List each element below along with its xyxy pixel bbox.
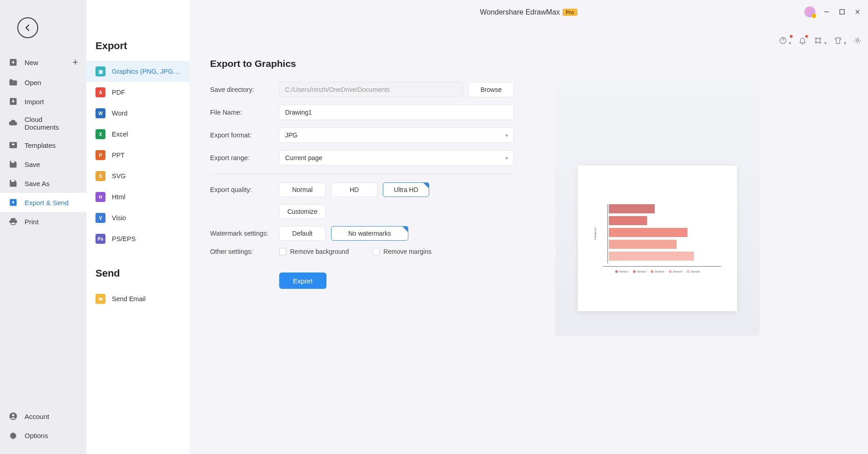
svg-point-11: [815, 38, 817, 39]
quality-hd[interactable]: HD: [331, 182, 377, 197]
sub-graphics[interactable]: ▣ Graphics (PNG, JPG et...: [86, 61, 189, 82]
avatar-icon[interactable]: [804, 6, 815, 17]
nav-account[interactable]: Account: [0, 407, 86, 426]
sub-pdf[interactable]: A PDF: [86, 82, 189, 103]
chart-bar: [609, 252, 694, 261]
row-quality-customize: Customize: [210, 204, 514, 219]
chart-ylabel: Category1: [594, 227, 597, 240]
gear-icon: [8, 430, 18, 440]
sub-svg[interactable]: S SVG: [86, 166, 189, 187]
sub-excel[interactable]: X Excel: [86, 124, 189, 145]
nav-label: Print: [25, 218, 39, 226]
quality-ultra[interactable]: Ultra HD: [383, 182, 429, 197]
shortcuts-icon[interactable]: ▾: [814, 36, 826, 46]
svg-rect-2: [12, 144, 15, 145]
chart-legend: Series1Series2Series3Series4Series5: [594, 270, 721, 273]
plus-icon[interactable]: +: [72, 56, 78, 68]
filename-label: File Name:: [210, 109, 279, 116]
nav-print[interactable]: Print: [0, 212, 86, 231]
image-icon: ▣: [95, 66, 105, 76]
range-label: Export range:: [210, 154, 279, 161]
remove-bg-checkbox[interactable]: Remove background: [279, 248, 349, 255]
row-range: Export range: Current page ▾: [210, 150, 514, 166]
sub-label: Excel: [112, 131, 180, 138]
svg-rect-9: [840, 10, 844, 14]
settings-icon[interactable]: [853, 36, 862, 46]
preview-slot: Category1 Series1Series2Series3Series4Se…: [555, 81, 760, 336]
row-filename: File Name:: [210, 105, 514, 120]
app-title: Wondershare EdrawMax: [480, 8, 560, 16]
back-button[interactable]: [17, 17, 38, 38]
legend-item: Series2: [633, 270, 646, 273]
help-icon[interactable]: ▾: [779, 36, 791, 46]
svg-point-13: [815, 42, 817, 43]
close-button[interactable]: [853, 8, 862, 16]
bell-icon[interactable]: [798, 36, 807, 46]
form-heading: Export to Graphics: [210, 58, 514, 69]
svg-point-15: [857, 40, 859, 42]
toolbar-right: ▾ ▾ ▾: [779, 36, 862, 46]
export-button[interactable]: Export: [279, 272, 326, 289]
export-icon: [8, 197, 18, 207]
checkbox-icon: [279, 248, 286, 255]
nav-save[interactable]: Save: [0, 155, 86, 174]
shirt-icon[interactable]: ▾: [834, 36, 846, 46]
nav-options[interactable]: Options: [0, 426, 86, 445]
nav-open[interactable]: Open: [0, 73, 86, 92]
preview-card: Category1 Series1Series2Series3Series4Se…: [578, 166, 737, 311]
format-label: Export format:: [210, 131, 279, 139]
format-select[interactable]: JPG ▾: [279, 127, 514, 143]
send-heading: Send: [86, 267, 189, 279]
sub-ps[interactable]: Ps PS/EPS: [86, 228, 189, 249]
filename-input[interactable]: [279, 105, 514, 120]
row-quality: Export quality: Normal HD Ultra HD: [210, 182, 514, 197]
nav-new[interactable]: New +: [0, 52, 86, 73]
export-heading: Export: [86, 40, 189, 52]
word-icon: W: [95, 108, 105, 118]
nav-cloud[interactable]: Cloud Documents: [0, 111, 86, 136]
email-icon: ✉: [95, 294, 105, 304]
checkbox-icon: [372, 248, 380, 255]
sub-ppt[interactable]: P PPT: [86, 145, 189, 166]
svg-icon: S: [95, 171, 105, 181]
divider: [210, 174, 514, 174]
sub-visio[interactable]: V Visio: [86, 207, 189, 228]
preview-chart: Category1 Series1Series2Series3Series4Se…: [594, 204, 721, 273]
nav-import[interactable]: Import: [0, 92, 86, 111]
nav-label: New: [25, 59, 38, 66]
quality-normal[interactable]: Normal: [279, 182, 326, 197]
sub-send-email[interactable]: ✉ Send Email: [86, 288, 189, 309]
browse-button[interactable]: Browse: [468, 82, 514, 97]
chevron-down-icon: ▾: [506, 156, 508, 161]
watermark-label: Watermark settings:: [210, 230, 279, 237]
watermark-default[interactable]: Default: [279, 226, 326, 241]
sub-label: Word: [112, 110, 180, 117]
main-content: Wondershare EdrawMax Pro ▾ ▾ ▾ Export to…: [189, 0, 868, 454]
remove-margins-checkbox[interactable]: Remove margins: [372, 248, 431, 255]
range-select[interactable]: Current page ▾: [279, 150, 514, 166]
nav-bottom: Account Options: [0, 407, 86, 454]
save-dir-input[interactable]: [279, 82, 463, 97]
chart-bar: [609, 240, 677, 249]
save-dir-label: Save directory:: [210, 86, 279, 93]
nav-save-as[interactable]: Save As: [0, 174, 86, 193]
nav-export-send[interactable]: Export & Send: [0, 193, 86, 212]
save-icon: [8, 159, 18, 169]
legend-item: Series3: [651, 270, 664, 273]
chart-bar: [609, 228, 687, 237]
quality-customize[interactable]: Customize: [279, 204, 326, 219]
watermark-none[interactable]: No watermarks: [331, 226, 408, 241]
chart-bar: [609, 204, 655, 213]
maximize-button[interactable]: [838, 8, 846, 16]
sub-label: PS/EPS: [112, 235, 180, 242]
minimize-button[interactable]: [823, 8, 831, 16]
sub-word[interactable]: W Word: [86, 103, 189, 124]
titlebar: Wondershare EdrawMax Pro: [189, 0, 868, 25]
legend-item: Series4: [669, 270, 682, 273]
svg-rect-4: [11, 180, 15, 182]
remove-margins-label: Remove margins: [383, 248, 431, 255]
row-save-dir: Save directory: Browse: [210, 82, 514, 97]
sub-html[interactable]: H Html: [86, 187, 189, 207]
nav-templates[interactable]: Templates: [0, 136, 86, 155]
nav-label: Save As: [25, 180, 50, 187]
